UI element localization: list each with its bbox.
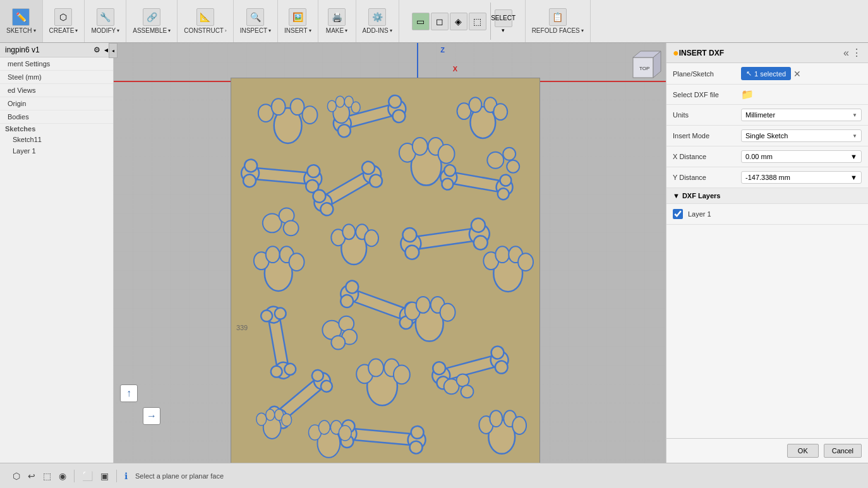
blue-axis-line	[417, 43, 418, 81]
toolbar-assemble[interactable]: 🔗 ASSEMBLE▾	[126, 0, 178, 42]
cancel-button[interactable]: Cancel	[824, 444, 862, 458]
toolbar-inspect[interactable]: 🔍 INSPECT▾	[234, 0, 278, 42]
units-dropdown[interactable]: Millimeter ▼	[741, 109, 862, 121]
select-dxf-label: Select DXF file	[673, 91, 736, 98]
select-btn: SELECT	[495, 9, 512, 27]
toolbar-insert[interactable]: 🖼️ INSERT▾	[278, 0, 318, 42]
toolbar-construct[interactable]: 📐 CONSTRUCT ›	[178, 0, 233, 42]
x-distance-input[interactable]: 0.00 mm ▼	[741, 150, 862, 163]
svg-point-35	[266, 246, 280, 263]
ok-button[interactable]: OK	[787, 444, 819, 458]
dxf-layers-collapse-icon: ▼	[673, 192, 680, 199]
dxf-layers-label: DXF Layers	[682, 192, 721, 199]
toolbar-make[interactable]: 🖨️ MAKE▾	[318, 0, 356, 42]
toolbar-select-tools[interactable]: ▭ ◻ ◈ ⬚ SELECT ▾	[399, 0, 526, 42]
dxf-svg: 339	[231, 78, 539, 463]
svg-point-135	[512, 417, 526, 434]
inspect-label: INSPECT▾	[240, 27, 271, 34]
svg-point-17	[493, 104, 507, 120]
toolbar-refold[interactable]: 📋 REFOLD FACES▾	[526, 0, 591, 42]
assemble-icon: 🔗	[143, 8, 160, 26]
insert-icon: 🖼️	[289, 8, 306, 26]
toolbar-modify[interactable]: 🔧 MODIFY▾	[85, 0, 126, 42]
svg-point-47	[413, 138, 428, 155]
select-arrow: ▾	[502, 27, 505, 33]
status-icon-3: ⬚	[43, 471, 51, 481]
select-dxf-row: Select DXF file 📁	[666, 85, 868, 105]
make-icon: 🖨️	[328, 8, 346, 26]
sidebar-item-views[interactable]: ed Views	[0, 84, 113, 97]
toolbar-create[interactable]: ⬡ CREATE▾	[43, 0, 85, 42]
svg-point-32	[284, 220, 299, 235]
status-icon-6: ▣	[100, 471, 109, 481]
sidebar-header[interactable]: ingpin6 v1 ⚙ ◂	[0, 43, 113, 57]
create-icon: ⬡	[54, 8, 72, 26]
folder-icon[interactable]: 📁	[741, 88, 754, 100]
sketch-label: SKETCH▾	[6, 27, 36, 34]
sidebar-collapse-button[interactable]: ◂	[109, 43, 118, 58]
orientation-cube[interactable]: TOP	[628, 46, 663, 87]
select-paint-icon: ◈	[450, 13, 467, 30]
panel-footer: OK Cancel	[666, 438, 868, 463]
status-icon-5: ⬜	[82, 471, 93, 481]
svg-point-97	[416, 297, 430, 313]
sidebar-item-material[interactable]: Steel (mm)	[0, 71, 113, 84]
y-distance-input[interactable]: -147.3388 mm ▼	[741, 171, 862, 184]
selected-button[interactable]: ↖ 1 selected	[741, 67, 791, 80]
plane-sketch-value: ↖ 1 selected ✕	[741, 67, 862, 80]
x-distance-arrow: ▼	[850, 153, 857, 160]
svg-point-129	[411, 426, 425, 439]
modify-icon: 🔧	[97, 8, 114, 26]
nav-up-button[interactable]: ↑	[120, 384, 138, 402]
y-distance-arrow: ▼	[850, 174, 857, 181]
plane-sketch-label: Plane/Sketch	[673, 70, 736, 78]
toolbar-addins[interactable]: ⚙️ ADD-INS▾	[356, 0, 399, 42]
svg-point-121	[266, 409, 275, 420]
svg-point-81	[495, 246, 509, 263]
toolbar-sketch[interactable]: ✏️ SKETCH▾	[0, 0, 43, 42]
layer1-checkbox[interactable]	[673, 209, 683, 219]
panel-expand-button[interactable]: «	[843, 47, 849, 59]
sidebar-item-layer1[interactable]: Layer 1	[0, 145, 113, 157]
insert-dxf-panel: ● INSERT DXF « ⋮ Plane/Sketch ↖ 1 select…	[666, 43, 868, 463]
svg-point-94	[331, 336, 345, 350]
svg-point-25	[244, 159, 258, 173]
svg-point-15	[469, 97, 481, 112]
units-row: Units Millimeter ▼	[666, 105, 868, 126]
sidebar-item-origin[interactable]: Origin	[0, 97, 113, 110]
select-free-icon: ⬚	[469, 13, 486, 30]
sidebar-item-bodies[interactable]: Bodies	[0, 110, 113, 124]
status-icon-4: ◉	[59, 471, 66, 481]
sidebar-item-sketch11[interactable]: Sketch11	[0, 134, 113, 145]
modify-label: MODIFY▾	[91, 27, 119, 34]
project-name: ingpin6 v1	[5, 45, 40, 54]
dxf-canvas: 339	[231, 78, 540, 463]
insert-mode-row: Insert Mode Single Sketch ▼	[666, 126, 868, 146]
svg-point-62	[342, 224, 355, 239]
clear-selection-button[interactable]: ✕	[793, 69, 801, 79]
dxf-layers-section-header[interactable]: ▼ DXF Layers	[666, 188, 868, 204]
left-sidebar: ingpin6 v1 ⚙ ◂ ment Settings Steel (mm) …	[0, 43, 114, 488]
sidebar-settings-icon[interactable]: ⚙	[93, 45, 100, 54]
svg-point-22	[351, 102, 360, 113]
status-icon-2: ↩	[28, 471, 35, 481]
addins-icon: ⚙️	[368, 8, 386, 26]
main-canvas-area[interactable]: 339 ↑ → Z X TOP	[114, 43, 666, 463]
svg-point-138	[461, 385, 474, 398]
insert-mode-label: Insert Mode	[673, 132, 736, 140]
sidebar-collapse-icon[interactable]: ◂	[104, 45, 108, 54]
panel-header: ● INSERT DXF « ⋮	[666, 43, 868, 63]
svg-point-57	[487, 152, 503, 169]
layer1-row: Layer 1	[666, 204, 868, 225]
status-info-icon: ℹ	[124, 471, 128, 481]
nav-right-button[interactable]: →	[143, 407, 160, 425]
insert-mode-dropdown[interactable]: Single Sketch ▼	[741, 129, 862, 142]
panel-menu-button[interactable]: ⋮	[852, 47, 862, 59]
sidebar-item-settings[interactable]: ment Settings	[0, 57, 113, 71]
y-distance-label: Y Distance	[673, 174, 736, 181]
status-sep-1	[74, 470, 75, 482]
svg-point-109	[368, 359, 383, 376]
svg-point-92	[339, 316, 354, 331]
svg-point-59	[507, 160, 519, 173]
sketches-section: Sketches	[0, 124, 113, 134]
